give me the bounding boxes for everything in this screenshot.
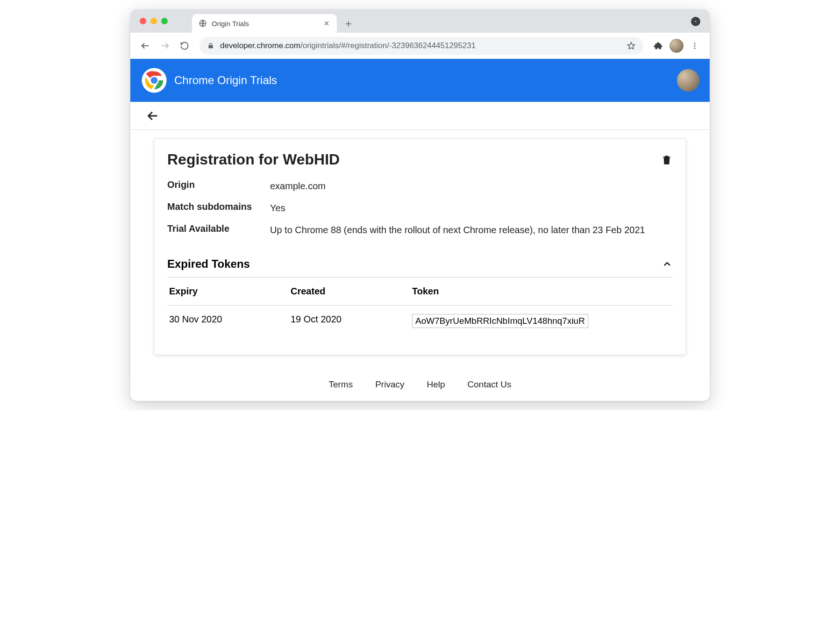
globe-icon [199, 19, 207, 28]
reload-button[interactable] [176, 37, 193, 54]
close-tab-icon[interactable] [323, 20, 330, 27]
footer-terms-link[interactable]: Terms [328, 379, 353, 390]
subdomains-label: Match subdomains [167, 201, 270, 215]
profile-avatar[interactable] [677, 69, 699, 92]
table-header-row: Expiry Created Token [167, 278, 673, 306]
chevron-up-icon [662, 258, 673, 270]
address-bar[interactable]: developer.chrome.com/origintrials/#/regi… [199, 37, 643, 55]
cell-expiry: 30 Nov 2020 [169, 314, 291, 330]
registration-card: Registration for WebHID Origin example.c… [154, 138, 686, 355]
svg-point-2 [694, 45, 696, 46]
delete-icon[interactable] [661, 154, 673, 166]
cell-created: 19 Oct 2020 [291, 314, 412, 330]
url-host: developer.chrome.com [220, 41, 300, 50]
availability-label: Trial Available [167, 223, 270, 237]
extensions-icon[interactable] [650, 37, 667, 54]
header-created: Created [291, 286, 412, 297]
browser-toolbar: developer.chrome.com/origintrials/#/regi… [130, 33, 710, 59]
window-maximize-button[interactable] [161, 18, 168, 24]
account-dropdown-icon[interactable] [691, 17, 700, 26]
table-row: 30 Nov 2020 19 Oct 2020 AoW7ByrUeMbRRIcN… [167, 306, 673, 339]
footer: Terms Privacy Help Contact Us [130, 369, 710, 401]
browser-window: Origin Trials developer.chrome.com [130, 9, 710, 401]
browser-menu-icon[interactable] [686, 37, 703, 54]
subdomains-value: Yes [270, 201, 673, 215]
origin-value: example.com [270, 179, 673, 193]
expired-tokens-header[interactable]: Expired Tokens [167, 257, 673, 278]
browser-tab[interactable]: Origin Trials [192, 14, 337, 33]
availability-value: Up to Chrome 88 (ends with the rollout o… [270, 223, 673, 237]
window-close-button[interactable] [140, 18, 146, 24]
header-token: Token [412, 286, 671, 297]
content-area: Registration for WebHID Origin example.c… [130, 130, 710, 369]
back-navigation-row [130, 102, 710, 130]
lock-icon [207, 42, 214, 50]
window-controls [140, 18, 168, 24]
header-expiry: Expiry [169, 286, 291, 297]
forward-button[interactable] [157, 37, 173, 54]
back-arrow-icon[interactable] [146, 109, 159, 122]
url-text: developer.chrome.com/origintrials/#/regi… [220, 41, 621, 50]
window-minimize-button[interactable] [150, 18, 157, 24]
tab-strip: Origin Trials [130, 9, 710, 33]
footer-contact-link[interactable]: Contact Us [468, 379, 512, 390]
token-value[interactable]: AoW7ByrUeMbRRIcNbImqLV148hnq7xiuR [412, 314, 588, 328]
bookmark-star-icon[interactable] [626, 41, 636, 50]
svg-point-1 [694, 43, 696, 44]
app-title: Chrome Origin Trials [174, 74, 277, 87]
svg-point-3 [694, 47, 696, 49]
chrome-logo-icon [141, 67, 168, 94]
card-title: Registration for WebHID [167, 151, 340, 168]
tokens-table: Expiry Created Token 30 Nov 2020 19 Oct … [167, 278, 673, 339]
cell-token: AoW7ByrUeMbRRIcNbImqLV148hnq7xiuR [412, 314, 671, 330]
back-button[interactable] [137, 37, 154, 54]
app-header: Chrome Origin Trials [130, 59, 710, 102]
url-path: /origintrials/#/registration/-3239636244… [300, 41, 476, 50]
section-title: Expired Tokens [167, 257, 250, 271]
new-tab-button[interactable] [342, 17, 356, 31]
origin-label: Origin [167, 179, 270, 193]
tab-title: Origin Trials [212, 20, 318, 28]
footer-privacy-link[interactable]: Privacy [375, 379, 404, 390]
profile-avatar-small[interactable] [669, 39, 683, 53]
footer-help-link[interactable]: Help [427, 379, 445, 390]
